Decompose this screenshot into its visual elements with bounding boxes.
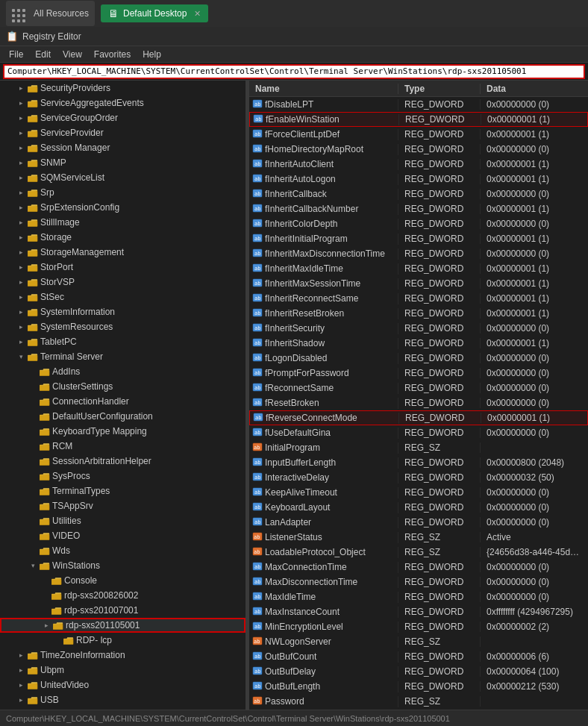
table-row[interactable]: ab InputBufferLengthREG_DWORD0x00000800 … [249,455,588,470]
expander-icon[interactable] [39,589,51,601]
expander-icon[interactable]: ▸ [15,306,27,318]
menu-help[interactable]: Help [137,48,167,61]
expander-icon[interactable] [27,410,39,422]
tree-item[interactable]: ▸ StorageManagement [0,245,245,260]
expander-icon[interactable]: ▸ [15,157,27,169]
expander-icon[interactable]: ▸ [15,261,27,273]
expander-icon[interactable] [27,440,39,452]
table-row[interactable]: ab MaxDisconnectionTimeREG_DWORD0x000000… [249,575,588,589]
tree-item[interactable]: rdp-sxs201007001 [0,603,245,618]
tree-item[interactable]: ▸ SNMP [0,155,245,170]
table-row[interactable]: ab OutBufDelayREG_DWORD0x00000064 (100) [249,664,588,679]
table-row[interactable]: ab LoadableProtocol_ObjectREG_SZ{24656d3… [249,545,588,560]
table-row[interactable]: ab OutBufCountREG_DWORD0x00000006 (6) [249,649,588,664]
table-row[interactable]: ab fInheritAutoLogonREG_DWORD0x00000001 … [249,172,588,187]
table-row[interactable]: ab fReverseConnectModeREG_DWORD0x0000000… [249,410,588,425]
table-row[interactable]: ab fLogonDisabledREG_DWORD0x00000000 (0) [249,351,588,366]
expander-icon[interactable]: ▸ [15,201,27,213]
tree-item[interactable]: KeyboardType Mapping [0,424,245,439]
expander-icon[interactable] [27,530,39,542]
table-row[interactable]: ab fUseDefaultGinaREG_DWORD0x00000000 (0… [249,425,588,440]
default-desktop-tab[interactable]: 🖥 Default Desktop ✕ [101,4,208,22]
table-row[interactable]: ab PdClassREG_DWORD0x00000002 (2) [249,709,588,710]
expander-icon[interactable] [27,500,39,512]
expander-icon[interactable]: ▸ [15,649,27,661]
table-row[interactable]: ab fPromptForPasswordREG_DWORD0x00000000… [249,366,588,381]
table-row[interactable]: ab NWLogonServerREG_SZ [249,634,588,649]
tree-item[interactable]: ▸ SystemInformation [0,304,245,319]
table-row[interactable]: ab fInheritMaxDisconnectionTimeREG_DWORD… [249,246,588,261]
expander-icon[interactable]: ▸ [15,336,27,348]
expander-icon[interactable]: ▸ [40,619,52,631]
tree-item[interactable]: ▸ SrpExtensionConfig [0,200,245,215]
tree-item[interactable]: ▸ SecurityProviders [0,81,245,96]
tree-item[interactable]: ▸ StSec [0,290,245,304]
table-row[interactable]: ab KeepAliveTimeoutREG_DWORD0x00000000 (… [249,485,588,500]
expander-icon[interactable]: ▸ [15,82,27,94]
table-row[interactable]: ab MaxIdleTimeREG_DWORD0x00000000 (0) [249,589,588,604]
expander-icon[interactable]: ▸ [15,291,27,303]
expander-icon[interactable] [27,455,39,467]
table-row[interactable]: ab fInheritInitialProgramREG_DWORD0x0000… [249,231,588,246]
menu-view[interactable]: View [57,48,88,61]
expander-icon[interactable]: ▸ [15,172,27,184]
table-row[interactable]: ab fInheritReconnectSameREG_DWORD0x00000… [249,291,588,306]
table-row[interactable]: ab fInheritCallbackREG_DWORD0x00000000 (… [249,187,588,201]
expander-icon[interactable] [51,634,63,646]
expander-icon[interactable]: ▾ [27,560,39,572]
table-row[interactable]: ab fDisableLPTREG_DWORD0x00000000 (0) [249,97,588,112]
tree-item[interactable]: SessionArbitrationHelper [0,454,245,469]
tree-item[interactable]: ▸ ServiceProvider [0,125,245,140]
expander-icon[interactable]: ▸ [15,112,27,124]
tree-item[interactable]: SysProcs [0,469,245,484]
expander-icon[interactable] [27,381,39,392]
menu-favorites[interactable]: Favorites [88,48,137,61]
expander-icon[interactable]: ▸ [15,321,27,333]
tree-item[interactable]: AddIns [0,364,245,379]
expander-icon[interactable]: ▸ [15,276,27,288]
tree-item[interactable]: DefaultUserConfiguration [0,409,245,424]
tree-item[interactable]: ▸ StillImage [0,215,245,230]
tree-item[interactable]: ▸ SQMServiceList [0,170,245,185]
tree-item[interactable]: ▸ TabletPC [0,334,245,349]
menu-file[interactable]: File [3,48,29,61]
tree-item[interactable]: ▸ usbflags [0,707,245,710]
table-row[interactable]: ab ListenerStatusREG_SZActive [249,530,588,545]
tree-panel[interactable]: ▸ SecurityProviders▸ ServiceAggregatedEv… [0,81,246,710]
table-row[interactable]: ab fInheritResetBrokenREG_DWORD0x0000000… [249,306,588,321]
table-row[interactable]: ab fHomeDirectoryMapRootREG_DWORD0x00000… [249,142,588,157]
tree-item[interactable]: VIDEO [0,528,245,543]
tree-item[interactable]: Console [0,573,245,588]
table-row[interactable]: ab LanAdapterREG_DWORD0x00000000 (0) [249,515,588,530]
table-row[interactable]: ab PasswordREG_SZ [249,694,588,709]
expander-icon[interactable]: ▾ [15,351,27,363]
expander-icon[interactable] [27,395,39,407]
table-row[interactable]: ab MinEncryptionLevelREG_DWORD0x00000002… [249,619,588,634]
tree-item[interactable]: ▸ Ubpm [0,663,245,678]
tree-item[interactable]: rdp-sxs200826002 [0,588,245,603]
expander-icon[interactable]: ▸ [15,664,27,676]
table-row[interactable]: ab fInheritSecurityREG_DWORD0x00000000 (… [249,321,588,336]
tree-item[interactable]: ▸ rdp-sxs201105001 [0,618,245,633]
table-row[interactable]: ab fInheritShadowREG_DWORD0x00000001 (1) [249,336,588,351]
values-panel[interactable]: Name Type Data ab fDisableLPTREG_DWORD0x… [249,81,588,710]
expander-icon[interactable]: ▸ [15,97,27,109]
tree-item[interactable]: ▸ StorPort [0,260,245,275]
tree-item[interactable]: ▸ Srp [0,185,245,200]
tree-item[interactable]: RCM [0,439,245,454]
tree-item[interactable]: ▾ Terminal Server [0,349,245,364]
expander-icon[interactable]: ▸ [15,694,27,706]
tree-item[interactable]: Utilities [0,513,245,528]
table-row[interactable]: ab fInheritColorDepthREG_DWORD0x00000000… [249,216,588,231]
tree-item[interactable]: ▸ UnitedVideo [0,678,245,692]
expander-icon[interactable]: ▸ [15,142,27,154]
table-row[interactable]: ab fResetBrokenREG_DWORD0x00000000 (0) [249,395,588,410]
expander-icon[interactable] [39,604,51,616]
address-input[interactable] [3,64,585,79]
expander-icon[interactable] [27,545,39,557]
expander-icon[interactable] [27,366,39,378]
expander-icon[interactable] [27,425,39,437]
expander-icon[interactable]: ▸ [15,187,27,198]
expander-icon[interactable] [39,575,51,586]
table-row[interactable]: ab fReconnectSameREG_DWORD0x00000000 (0) [249,381,588,395]
